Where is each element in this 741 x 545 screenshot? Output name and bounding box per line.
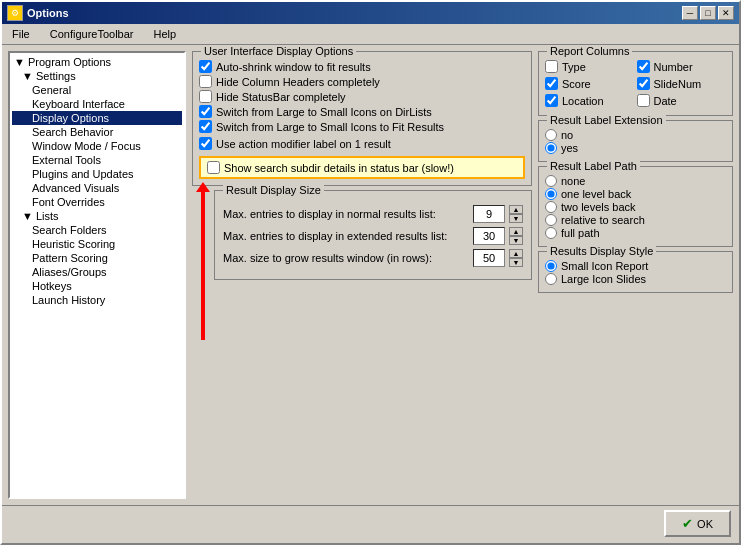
- tree-aliases-groups[interactable]: Aliases/Groups: [12, 265, 182, 279]
- radio-none[interactable]: [545, 175, 557, 187]
- size-rows: Max. entries to display in normal result…: [223, 205, 523, 267]
- radio-full-path[interactable]: [545, 227, 557, 239]
- tree-settings[interactable]: ▼ Settings: [12, 69, 182, 83]
- tree-font-overrides[interactable]: Font Overrides: [12, 195, 182, 209]
- spin-up-normal[interactable]: ▲: [509, 205, 523, 214]
- ok-button[interactable]: ✔ OK: [664, 510, 731, 537]
- radio-relative[interactable]: [545, 214, 557, 226]
- checkbox-auto-shrink: Auto-shrink window to fit results: [199, 60, 525, 73]
- cb-date[interactable]: [637, 94, 650, 107]
- cb-switch-dirlists[interactable]: [199, 105, 212, 118]
- checkbox-hide-statusbar: Hide StatusBar completely: [199, 90, 525, 103]
- tree-panel[interactable]: ▼ Program Options ▼ Settings General Key…: [8, 51, 186, 499]
- right-column: Report Columns Type Number: [538, 51, 733, 293]
- ok-label: OK: [697, 518, 713, 530]
- spin-down-extended[interactable]: ▼: [509, 236, 523, 245]
- minimize-button[interactable]: ─: [682, 6, 698, 20]
- checkbox-switch-large-small-dirlists: Switch from Large to Small Icons on DirL…: [199, 105, 525, 118]
- size-input-grow[interactable]: [473, 249, 505, 267]
- cb-auto-shrink[interactable]: [199, 60, 212, 73]
- spin-down-grow[interactable]: ▼: [509, 258, 523, 267]
- spin-grow: ▲ ▼: [509, 249, 523, 267]
- highlight-subdir-button[interactable]: Show search subdir details in status bar…: [199, 156, 525, 179]
- spin-up-grow[interactable]: ▲: [509, 249, 523, 258]
- radio-one-level[interactable]: [545, 188, 557, 200]
- spin-up-extended[interactable]: ▲: [509, 227, 523, 236]
- cb-score[interactable]: [545, 77, 558, 90]
- radio-two-levels[interactable]: [545, 201, 557, 213]
- maximize-button[interactable]: □: [700, 6, 716, 20]
- cb-location[interactable]: [545, 94, 558, 107]
- main-options-panel: User Interface Display Options Auto-shri…: [192, 51, 532, 293]
- checkbox-hide-col-headers: Hide Column Headers completely: [199, 75, 525, 88]
- report-columns-title: Report Columns: [547, 45, 632, 57]
- radio-row-two-levels: two levels back: [545, 201, 726, 213]
- size-input-normal[interactable]: [473, 205, 505, 223]
- cb-action-modifier[interactable]: [199, 137, 212, 150]
- cb-hide-col-headers-label: Hide Column Headers completely: [216, 76, 380, 88]
- radio-yes[interactable]: [545, 142, 557, 154]
- size-input-extended[interactable]: [473, 227, 505, 245]
- radio-small-icon-label: Small Icon Report: [561, 260, 648, 272]
- tree-window-mode-focus[interactable]: Window Mode / Focus: [12, 139, 182, 153]
- title-controls: ─ □ ✕: [682, 6, 734, 20]
- radio-small-icon[interactable]: [545, 260, 557, 272]
- result-size-section: Result Display Size Max. entries to disp…: [192, 190, 532, 280]
- result-label-path-group: Result Label Path none one level back: [538, 166, 733, 247]
- tree-launch-history[interactable]: Launch History: [12, 293, 182, 307]
- tree-external-tools[interactable]: External Tools: [12, 153, 182, 167]
- tree-general[interactable]: General: [12, 83, 182, 97]
- result-label-ext-group: Result Label Extension no yes: [538, 120, 733, 162]
- ui-display-options-title: User Interface Display Options: [201, 45, 356, 57]
- radio-large-icon[interactable]: [545, 273, 557, 285]
- tree-hotkeys[interactable]: Hotkeys: [12, 279, 182, 293]
- cb-hide-statusbar-label: Hide StatusBar completely: [216, 91, 346, 103]
- tree-program-options[interactable]: ▼ Program Options: [12, 55, 182, 69]
- cb-row-type: Type: [545, 60, 635, 73]
- cb-location-label: Location: [562, 95, 604, 107]
- cb-switch-dirlists-label: Switch from Large to Small Icons on DirL…: [216, 106, 432, 118]
- top-right: User Interface Display Options Auto-shri…: [192, 51, 733, 293]
- cb-hide-statusbar[interactable]: [199, 90, 212, 103]
- tree-keyboard-interface[interactable]: Keyboard Interface: [12, 97, 182, 111]
- menu-configure-toolbar[interactable]: ConfigureToolbar: [44, 26, 140, 42]
- red-arrow-head: [196, 182, 210, 192]
- tree-heuristic-scoring[interactable]: Heuristic Scoring: [12, 237, 182, 251]
- radio-row-full-path: full path: [545, 227, 726, 239]
- cb-show-subdir[interactable]: [207, 161, 220, 174]
- cb-switch-fit[interactable]: [199, 120, 212, 133]
- close-button[interactable]: ✕: [718, 6, 734, 20]
- right-panels: User Interface Display Options Auto-shri…: [192, 51, 733, 499]
- size-label-normal: Max. entries to display in normal result…: [223, 208, 469, 220]
- radio-row-relative: relative to search: [545, 214, 726, 226]
- radio-no[interactable]: [545, 129, 557, 141]
- cb-type[interactable]: [545, 60, 558, 73]
- tree-plugins-updates[interactable]: Plugins and Updates: [12, 167, 182, 181]
- tree-search-behavior[interactable]: Search Behavior: [12, 125, 182, 139]
- checkbox-action-modifier: Use action modifier label on 1 result: [199, 137, 525, 150]
- cb-number[interactable]: [637, 60, 650, 73]
- menu-file[interactable]: File: [6, 26, 36, 42]
- tree-lists[interactable]: ▼ Lists: [12, 209, 182, 223]
- menu-help[interactable]: Help: [148, 26, 183, 42]
- cb-row-number: Number: [637, 60, 727, 73]
- tree-display-options[interactable]: Display Options: [12, 111, 182, 125]
- tree-advanced-visuals[interactable]: Advanced Visuals: [12, 181, 182, 195]
- cb-date-label: Date: [654, 95, 677, 107]
- radio-none-label: none: [561, 175, 585, 187]
- spin-down-normal[interactable]: ▼: [509, 214, 523, 223]
- radio-row-one-level: one level back: [545, 188, 726, 200]
- cb-hide-col-headers[interactable]: [199, 75, 212, 88]
- cb-slidenum[interactable]: [637, 77, 650, 90]
- size-row-normal: Max. entries to display in normal result…: [223, 205, 523, 223]
- window-icon: ⚙: [7, 5, 23, 21]
- radio-full-path-label: full path: [561, 227, 600, 239]
- tree-pattern-scoring[interactable]: Pattern Scoring: [12, 251, 182, 265]
- ui-display-options-group: User Interface Display Options Auto-shri…: [192, 51, 532, 186]
- result-label-path-radios: none one level back two levels back: [545, 175, 726, 239]
- radio-two-levels-label: two levels back: [561, 201, 636, 213]
- result-display-size-title: Result Display Size: [223, 184, 324, 196]
- results-display-style-radios: Small Icon Report Large Icon Slides: [545, 260, 726, 285]
- results-display-style-group: Results Display Style Small Icon Report …: [538, 251, 733, 293]
- tree-search-folders[interactable]: Search Folders: [12, 223, 182, 237]
